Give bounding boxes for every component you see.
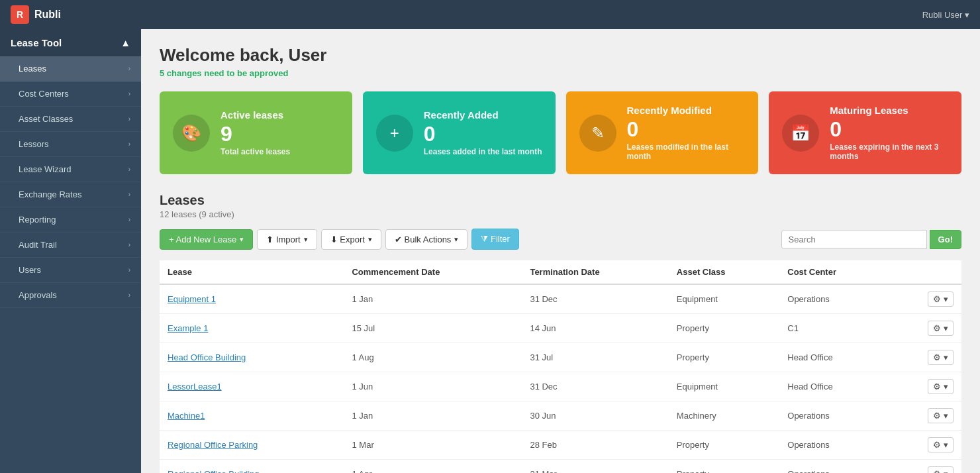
sidebar-item-exchange-rates[interactable]: Exchange Rates› (0, 182, 141, 207)
lease-name-cell: Regional Office Building (160, 460, 344, 474)
row-actions-button[interactable]: ⚙ ▾ (928, 379, 954, 394)
leases-table: LeaseCommencement DateTermination DateAs… (160, 260, 961, 473)
lease-link[interactable]: Regional Office Parking (168, 440, 258, 450)
chevron-right-icon: › (128, 166, 130, 173)
chevron-right-icon: › (128, 140, 130, 148)
changes-label: changes need to be approved (167, 68, 289, 78)
row-actions-button[interactable]: ⚙ ▾ (928, 291, 954, 307)
stat-card-maturing-leases: 📅 Maturing Leases 0 Leases expiring in t… (769, 91, 961, 174)
sidebar-item-approvals[interactable]: Approvals› (0, 283, 141, 308)
row-actions-button[interactable]: ⚙ ▾ (928, 321, 954, 336)
sidebar-item-label: Lease Wizard (19, 164, 71, 174)
stat-card-active-leases: 🎨 Active leases 9 Total active leases (160, 91, 352, 174)
maturing-leases-title: Maturing Leases (830, 105, 948, 116)
row-actions-button[interactable]: ⚙ ▾ (928, 350, 954, 365)
sidebar-item-reporting[interactable]: Reporting› (0, 207, 141, 233)
commencement-date-cell: 1 Jun (344, 372, 522, 401)
sidebar-section-label: Lease Tool (11, 37, 62, 48)
filter-button[interactable]: ⧩ Filter (471, 229, 519, 250)
table-row: Equipment 1 1 Jan 31 Dec Equipment Opera… (160, 284, 961, 314)
stat-card-recently-modified: ✎ Recently Modified 0 Leases modified in… (566, 91, 759, 174)
welcome-subtitle: 5 changes need to be approved (160, 68, 961, 78)
asset-class-cell: Equipment (669, 284, 779, 314)
lease-link[interactable]: Regional Office Building (168, 469, 260, 473)
termination-date-cell: 31 Dec (522, 284, 668, 314)
asset-class-cell: Property (669, 343, 779, 372)
col-header-4: Cost Center (779, 260, 890, 284)
asset-class-cell: Machinery (669, 401, 779, 431)
chevron-right-icon: › (128, 65, 130, 72)
recently-added-desc: Leases added in the last month (424, 147, 542, 156)
maturing-leases-number: 0 (830, 119, 948, 140)
asset-class-cell: Property (669, 460, 779, 474)
sidebar-item-lessors[interactable]: Lessors› (0, 132, 141, 157)
lease-name-cell: Example 1 (160, 314, 344, 343)
chevron-right-icon: › (128, 191, 130, 198)
sidebar-item-label: Leases (19, 64, 46, 74)
sidebar-item-users[interactable]: Users› (0, 258, 141, 283)
termination-date-cell: 28 Feb (522, 431, 668, 460)
active-leases-title: Active leases (220, 109, 290, 121)
asset-class-cell: Equipment (669, 372, 779, 401)
asset-class-cell: Property (669, 431, 779, 460)
row-actions-cell: ⚙ ▾ (891, 401, 961, 431)
sidebar-item-label: Approvals (19, 290, 57, 300)
active-leases-number: 9 (220, 123, 290, 144)
changes-count: 5 (160, 68, 164, 78)
row-actions-button[interactable]: ⚙ ▾ (928, 466, 954, 473)
termination-date-cell: 31 Jul (522, 343, 668, 372)
export-button[interactable]: ⬇ Export (321, 229, 381, 250)
table-body: Equipment 1 1 Jan 31 Dec Equipment Opera… (160, 284, 961, 473)
sidebar-item-label: Users (19, 265, 41, 275)
lease-link[interactable]: LessorLease1 (168, 382, 222, 392)
leases-section: Leases 12 leases (9 active) + Add New Le… (160, 193, 961, 473)
lease-name-cell: Equipment 1 (160, 284, 344, 314)
table-row: Regional Office Building 1 Apr 31 Mar Pr… (160, 460, 961, 474)
termination-date-cell: 31 Dec (522, 372, 668, 401)
add-new-lease-button[interactable]: + Add New Lease (160, 229, 253, 250)
row-actions-cell: ⚙ ▾ (891, 372, 961, 401)
lease-name-cell: Regional Office Parking (160, 431, 344, 460)
cost-center-cell: Operations (779, 431, 890, 460)
search-input[interactable] (781, 230, 927, 249)
row-actions-button[interactable]: ⚙ ▾ (928, 437, 954, 452)
user-menu[interactable]: Rubli User ▾ (922, 10, 969, 20)
bulk-actions-button[interactable]: ✔ Bulk Actions (385, 229, 467, 250)
table-row: Head Office Building 1 Aug 31 Jul Proper… (160, 343, 961, 372)
row-actions-cell: ⚙ ▾ (891, 460, 961, 474)
top-nav: R Rubli Rubli User ▾ (0, 0, 980, 29)
row-actions-button[interactable]: ⚙ ▾ (928, 408, 954, 423)
col-header-2: Termination Date (522, 260, 668, 284)
import-button[interactable]: ⬆ Import (257, 229, 317, 250)
lease-link[interactable]: Example 1 (168, 323, 208, 333)
row-actions-cell: ⚙ ▾ (891, 343, 961, 372)
stats-row: 🎨 Active leases 9 Total active leases + … (160, 91, 961, 174)
active-leases-info: Active leases 9 Total active leases (220, 109, 290, 156)
table-row: LessorLease1 1 Jun 31 Dec Equipment Head… (160, 372, 961, 401)
sidebar-section-header[interactable]: Lease Tool ▲ (0, 29, 141, 56)
commencement-date-cell: 1 Mar (344, 431, 522, 460)
lease-name-cell: Head Office Building (160, 343, 344, 372)
search-go-button[interactable]: Go! (930, 230, 961, 249)
sidebar-item-lease-wizard[interactable]: Lease Wizard› (0, 157, 141, 182)
section-title: Leases (160, 193, 961, 208)
recently-modified-icon: ✎ (579, 115, 616, 152)
welcome-header: Welcome back, User 5 changes need to be … (160, 45, 961, 78)
sidebar-item-label: Reporting (19, 215, 56, 225)
sidebar-item-audit-trail[interactable]: Audit Trail› (0, 233, 141, 258)
lease-link[interactable]: Head Office Building (168, 352, 246, 362)
termination-date-cell: 30 Jun (522, 401, 668, 431)
lease-link[interactable]: Machine1 (168, 411, 205, 421)
cost-center-cell: C1 (779, 314, 890, 343)
active-leases-desc: Total active leases (220, 147, 290, 156)
active-leases-icon: 🎨 (173, 115, 210, 152)
sidebar-collapse-icon[interactable]: ▲ (121, 37, 130, 48)
asset-class-cell: Property (669, 314, 779, 343)
sidebar-item-leases[interactable]: Leases› (0, 56, 141, 81)
lease-link[interactable]: Equipment 1 (168, 294, 216, 304)
recently-modified-info: Recently Modified 0 Leases modified in t… (627, 105, 746, 161)
maturing-leases-desc: Leases expiring in the next 3 months (830, 142, 948, 161)
sidebar-item-asset-classes[interactable]: Asset Classes› (0, 107, 141, 132)
sidebar-nav: Leases›Cost Centers›Asset Classes›Lessor… (0, 56, 141, 308)
sidebar-item-cost-centers[interactable]: Cost Centers› (0, 81, 141, 107)
